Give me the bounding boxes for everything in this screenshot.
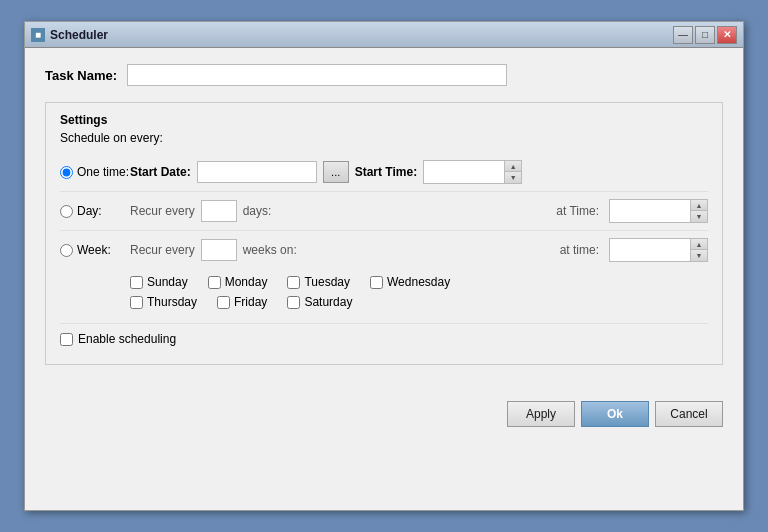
day-recur-input[interactable] <box>201 200 237 222</box>
close-button[interactable]: ✕ <box>717 26 737 44</box>
tuesday-checkbox[interactable] <box>287 276 300 289</box>
friday-checkbox-label[interactable]: Friday <box>217 295 267 309</box>
start-date-input[interactable] <box>197 161 317 183</box>
day-row: Day: Recur every days: at Time: 12:00:00… <box>60 192 708 231</box>
week-time-spinners: ▲ ▼ <box>690 239 707 261</box>
start-time-up[interactable]: ▲ <box>505 161 521 172</box>
thursday-checkbox[interactable] <box>130 296 143 309</box>
day-content: Recur every days: at Time: 12:00:00 AM ▲… <box>130 199 708 223</box>
start-time-label: Start Time: <box>355 165 417 179</box>
day-time-up[interactable]: ▲ <box>691 200 707 211</box>
task-name-input[interactable] <box>127 64 507 86</box>
bottom-buttons: Apply Ok Cancel <box>25 391 743 441</box>
week-content: Recur every weeks on: at time: 12:00:00 … <box>130 238 708 262</box>
settings-box: Settings Schedule on every: One time: St… <box>45 102 723 365</box>
week-recur-input[interactable] <box>201 239 237 261</box>
week-at-time-label: at time: <box>560 243 599 257</box>
week-time-input[interactable]: 12:00:00 AM <box>610 239 690 261</box>
minimize-button[interactable]: — <box>673 26 693 44</box>
enable-row: Enable scheduling <box>60 324 708 350</box>
start-time-control: 12:00:00 AM ▲ ▼ <box>423 160 522 184</box>
browse-button[interactable]: ... <box>323 161 349 183</box>
week-row: Week: Recur every weeks on: at time: 12:… <box>60 231 708 269</box>
wednesday-label: Wednesday <box>387 275 450 289</box>
enable-scheduling-label[interactable]: Enable scheduling <box>60 332 176 346</box>
monday-checkbox-label[interactable]: Monday <box>208 275 268 289</box>
day-radio[interactable] <box>60 205 73 218</box>
start-time-down[interactable]: ▼ <box>505 172 521 183</box>
weeks-on-label: weeks on: <box>243 243 297 257</box>
start-time-input[interactable]: 12:00:00 AM <box>424 161 504 183</box>
one-time-content: Start Date: ... Start Time: 12:00:00 AM … <box>130 160 708 184</box>
day-time-spinners: ▲ ▼ <box>690 200 707 222</box>
friday-label: Friday <box>234 295 267 309</box>
scheduler-window: ■ Scheduler — □ ✕ Task Name: Settings Sc… <box>24 21 744 511</box>
friday-checkbox[interactable] <box>217 296 230 309</box>
one-time-label: One time: <box>77 165 129 179</box>
day-label: Day: <box>77 204 102 218</box>
tuesday-label: Tuesday <box>304 275 350 289</box>
week-radio-label[interactable]: Week: <box>60 243 130 257</box>
start-date-label: Start Date: <box>130 165 191 179</box>
wednesday-checkbox[interactable] <box>370 276 383 289</box>
week-days-row-1: Sunday Monday Tuesday Wednesday <box>130 275 708 289</box>
task-name-label: Task Name: <box>45 68 117 83</box>
title-buttons: — □ ✕ <box>673 26 737 44</box>
window-title: Scheduler <box>50 28 108 42</box>
week-time-control: 12:00:00 AM ▲ ▼ <box>609 238 708 262</box>
week-days-row-2: Thursday Friday Saturday <box>130 295 708 309</box>
maximize-button[interactable]: □ <box>695 26 715 44</box>
saturday-checkbox[interactable] <box>287 296 300 309</box>
start-time-spinners: ▲ ▼ <box>504 161 521 183</box>
apply-button[interactable]: Apply <box>507 401 575 427</box>
window-icon: ■ <box>31 28 45 42</box>
week-recur-label: Recur every <box>130 243 195 257</box>
monday-checkbox[interactable] <box>208 276 221 289</box>
settings-title: Settings <box>60 113 708 127</box>
cancel-button[interactable]: Cancel <box>655 401 723 427</box>
task-name-row: Task Name: <box>45 64 723 86</box>
week-section: Week: Recur every weeks on: at time: 12:… <box>60 231 708 324</box>
window-content: Task Name: Settings Schedule on every: O… <box>25 48 743 391</box>
enable-scheduling-text: Enable scheduling <box>78 332 176 346</box>
sunday-label: Sunday <box>147 275 188 289</box>
day-time-down[interactable]: ▼ <box>691 211 707 222</box>
one-time-radio-label[interactable]: One time: <box>60 165 130 179</box>
day-time-input[interactable]: 12:00:00 AM <box>610 200 690 222</box>
saturday-checkbox-label[interactable]: Saturday <box>287 295 352 309</box>
title-bar-left: ■ Scheduler <box>31 28 108 42</box>
week-time-down[interactable]: ▼ <box>691 250 707 261</box>
week-time-up[interactable]: ▲ <box>691 239 707 250</box>
schedule-on-label: Schedule on every: <box>60 131 708 145</box>
day-time-control: 12:00:00 AM ▲ ▼ <box>609 199 708 223</box>
title-bar: ■ Scheduler — □ ✕ <box>25 22 743 48</box>
wednesday-checkbox-label[interactable]: Wednesday <box>370 275 450 289</box>
one-time-radio[interactable] <box>60 166 73 179</box>
ok-button[interactable]: Ok <box>581 401 649 427</box>
enable-scheduling-checkbox[interactable] <box>60 333 73 346</box>
thursday-checkbox-label[interactable]: Thursday <box>130 295 197 309</box>
sunday-checkbox[interactable] <box>130 276 143 289</box>
days-label: days: <box>243 204 272 218</box>
week-label: Week: <box>77 243 111 257</box>
tuesday-checkbox-label[interactable]: Tuesday <box>287 275 350 289</box>
monday-label: Monday <box>225 275 268 289</box>
one-time-row: One time: Start Date: ... Start Time: 12… <box>60 153 708 192</box>
week-radio[interactable] <box>60 244 73 257</box>
saturday-label: Saturday <box>304 295 352 309</box>
thursday-label: Thursday <box>147 295 197 309</box>
sunday-checkbox-label[interactable]: Sunday <box>130 275 188 289</box>
week-days-section: Sunday Monday Tuesday Wednesday <box>60 269 708 309</box>
day-at-time-label: at Time: <box>556 204 599 218</box>
day-radio-label[interactable]: Day: <box>60 204 130 218</box>
day-recur-label: Recur every <box>130 204 195 218</box>
